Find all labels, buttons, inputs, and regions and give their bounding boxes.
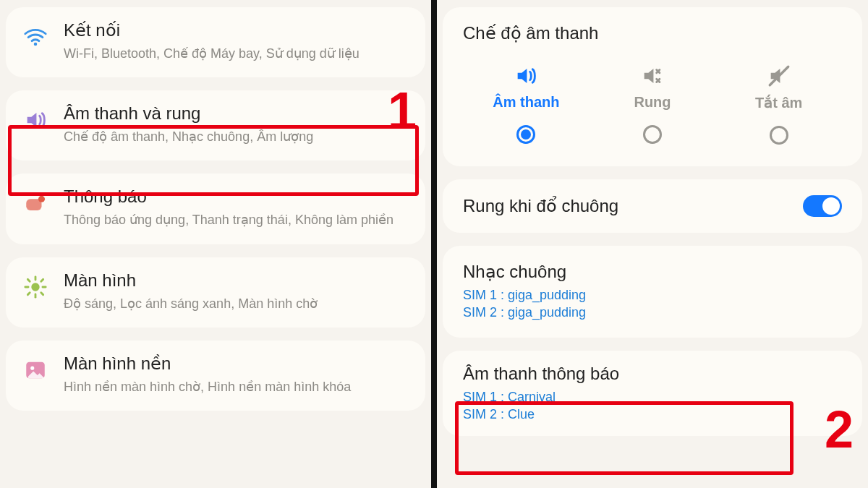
notification-sound-sim1: SIM 1 : Carnival (463, 388, 842, 406)
svg-point-3 (31, 283, 39, 291)
svg-line-10 (27, 292, 30, 294)
settings-item-subtitle: Thông báo ứng dụng, Thanh trạng thái, Kh… (64, 211, 408, 229)
svg-line-8 (27, 279, 30, 281)
sound-on-icon (514, 64, 538, 88)
settings-item-subtitle: Chế độ âm thanh, Nhạc chuông, Âm lượng (64, 128, 408, 146)
notification-sound-sim2: SIM 2 : Clue (463, 406, 842, 423)
mode-label: Rung (634, 94, 671, 111)
svg-point-13 (30, 366, 34, 369)
svg-line-11 (41, 279, 43, 281)
settings-item-wallpaper[interactable]: Màn hình nền Hình nền màn hình chờ, Hình… (6, 341, 425, 411)
svg-point-2 (38, 196, 45, 202)
svg-line-9 (41, 292, 43, 294)
vibrate-while-ringing-row[interactable]: Rung khi đổ chuông (443, 179, 862, 233)
mode-label: Tắt âm (755, 94, 802, 111)
mode-label: Âm thanh (493, 94, 559, 111)
notification-sound-title: Âm thanh thông báo (463, 364, 842, 384)
settings-item-notifications[interactable]: Thông báo Thông báo ứng dụng, Thanh trạn… (6, 174, 425, 244)
ringtone-title: Nhạc chuông (463, 262, 842, 282)
settings-item-title: Âm thanh và rung (64, 103, 408, 124)
volume-icon (23, 103, 48, 132)
settings-item-subtitle: Độ sáng, Lọc ánh sáng xanh, Màn hình chờ (64, 295, 408, 313)
vibrate-while-ringing-label: Rung khi đổ chuông (463, 196, 618, 216)
notification-icon (23, 187, 48, 215)
settings-item-title: Kết nối (64, 20, 408, 40)
mute-icon (767, 64, 791, 88)
svg-point-0 (34, 43, 38, 46)
settings-item-display[interactable]: Màn hình Độ sáng, Lọc ánh sáng xanh, Màn… (6, 257, 425, 328)
sound-mode-title: Chế độ âm thanh (463, 23, 842, 43)
wifi-icon (23, 20, 48, 49)
brightness-icon (23, 270, 48, 299)
settings-item-subtitle: Wi-Fi, Bluetooth, Chế độ Máy bay, Sử dụn… (64, 45, 408, 63)
radio-unselected[interactable] (770, 126, 788, 145)
settings-item-sound-vibration[interactable]: Âm thanh và rung Chế độ âm thanh, Nhạc c… (6, 90, 425, 160)
settings-item-title: Màn hình nền (64, 354, 408, 374)
settings-item-title: Thông báo (64, 187, 408, 207)
picture-icon (23, 354, 48, 382)
settings-item-subtitle: Hình nền màn hình chờ, Hình nền màn hình… (64, 378, 408, 396)
sound-mode-options: Âm thanh Rung Tắt âm (463, 64, 842, 145)
sound-mode-sound[interactable]: Âm thanh (475, 64, 576, 145)
vibrate-icon (640, 64, 665, 88)
settings-item-connections[interactable]: Kết nối Wi-Fi, Bluetooth, Chế độ Máy bay… (6, 7, 425, 77)
sound-settings-panel: Chế độ âm thanh Âm thanh Rung Tắt âm Run… (434, 0, 868, 488)
vibrate-while-ringing-switch[interactable] (803, 195, 842, 217)
settings-item-title: Màn hình (64, 270, 408, 291)
notification-sound-row[interactable]: Âm thanh thông báo SIM 1 : Carnival SIM … (443, 351, 862, 437)
annotation-step-number-2: 2 (825, 400, 854, 459)
sound-mode-mute[interactable]: Tắt âm (728, 64, 830, 145)
radio-selected[interactable] (516, 125, 535, 144)
settings-list-panel: Kết nối Wi-Fi, Bluetooth, Chế độ Máy bay… (0, 0, 434, 488)
sound-mode-vibrate[interactable]: Rung (602, 64, 703, 145)
annotation-step-number-1: 1 (388, 81, 417, 140)
sound-mode-card: Chế độ âm thanh Âm thanh Rung Tắt âm (443, 7, 862, 166)
ringtone-sim2: SIM 2 : giga_pudding (463, 304, 842, 321)
ringtone-sim1: SIM 1 : giga_pudding (463, 286, 842, 304)
radio-unselected[interactable] (643, 125, 662, 144)
ringtone-row[interactable]: Nhạc chuông SIM 1 : giga_pudding SIM 2 :… (443, 246, 862, 338)
